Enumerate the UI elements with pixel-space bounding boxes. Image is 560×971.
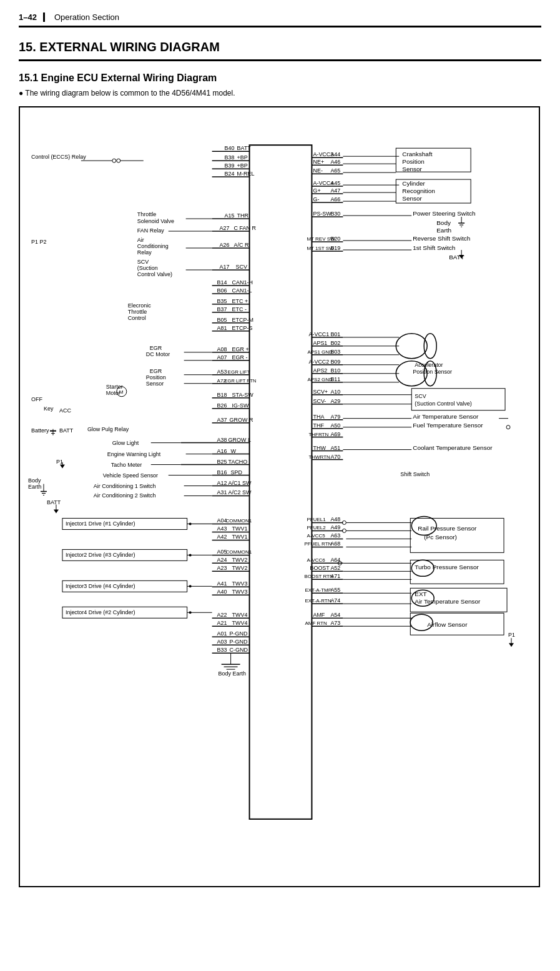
svg-text:A38: A38 — [217, 437, 227, 443]
svg-text:A41: A41 — [217, 580, 227, 587]
svg-point-287 — [189, 554, 192, 556]
svg-text:TWV4: TWV4 — [232, 620, 248, 626]
svg-text:G-: G- — [313, 196, 319, 202]
svg-text:Injector3 Drive (#4 Cylinder): Injector3 Drive (#4 Cylinder) — [66, 583, 135, 589]
svg-text:Relay: Relay — [137, 249, 152, 256]
svg-text:SPD: SPD — [231, 469, 243, 476]
svg-text:A74: A74 — [330, 597, 340, 604]
svg-text:THW: THW — [313, 445, 326, 451]
svg-text:A12: A12 — [217, 480, 227, 486]
svg-text:COMMON1: COMMON1 — [226, 549, 252, 555]
svg-text:Throttle: Throttle — [137, 211, 156, 217]
svg-text:THA: THA — [313, 414, 324, 420]
svg-text:ETC +: ETC + — [232, 298, 248, 304]
svg-text:A21: A21 — [217, 620, 227, 626]
svg-point-274 — [189, 522, 192, 525]
svg-text:+BP: +BP — [237, 154, 248, 161]
svg-text:Glow Pulg Relay: Glow Pulg Relay — [87, 426, 129, 432]
svg-text:Air Temperature Sensor: Air Temperature Sensor — [413, 413, 479, 420]
svg-text:Conditioning: Conditioning — [137, 243, 169, 249]
svg-text:Reverse Shift Switch: Reverse Shift Switch — [413, 235, 470, 242]
svg-text:Air Temperature Sensor: Air Temperature Sensor — [415, 598, 481, 605]
svg-text:A37: A37 — [217, 417, 227, 423]
svg-text:Vehicle Speed Sensor: Vehicle Speed Sensor — [103, 472, 158, 479]
svg-text:A44: A44 — [330, 151, 340, 157]
svg-text:SCV: SCV — [137, 259, 149, 265]
svg-text:Body: Body — [28, 477, 41, 484]
svg-text:FAN Relay: FAN Relay — [137, 227, 164, 234]
svg-text:A31: A31 — [217, 489, 227, 495]
svg-text:B01: B01 — [330, 331, 340, 337]
svg-point-47 — [112, 159, 116, 162]
svg-text:M: M — [119, 389, 124, 395]
svg-text:Injector4 Drive (#2 Cylinder): Injector4 Drive (#2 Cylinder) — [66, 609, 135, 615]
svg-text:Cylinder: Cylinder — [402, 180, 425, 187]
svg-text:B30: B30 — [330, 211, 340, 217]
svg-text:Recognition: Recognition — [402, 187, 435, 194]
svg-text:B11: B11 — [330, 376, 340, 382]
svg-text:A/C R: A/C R — [234, 242, 249, 248]
svg-text:EGR -: EGR - — [232, 354, 248, 361]
svg-text:CAN1-L: CAN1-L — [232, 287, 252, 294]
svg-text:A23: A23 — [217, 565, 227, 571]
svg-text:A73: A73 — [330, 620, 340, 626]
svg-text:B06: B06 — [217, 287, 227, 294]
svg-text:P1: P1 — [508, 632, 515, 638]
svg-text:Position: Position — [402, 158, 424, 165]
svg-text:EGR LIFT: EGR LIFT — [228, 369, 250, 375]
svg-text:BATT: BATT — [47, 499, 61, 505]
svg-text:NE+: NE+ — [313, 159, 324, 165]
svg-text:(Pc Sensor): (Pc Sensor) — [424, 534, 457, 540]
svg-rect-244 — [411, 389, 505, 411]
svg-text:A46: A46 — [330, 159, 340, 165]
svg-text:Engine Warning Light: Engine Warning Light — [107, 451, 161, 457]
svg-text:Control (ECCS) Relay: Control (ECCS) Relay — [31, 154, 86, 160]
svg-text:B25: B25 — [217, 459, 227, 465]
svg-text:Solenoid Valve: Solenoid Valve — [137, 218, 174, 224]
svg-text:A07: A07 — [217, 354, 227, 361]
svg-text:B37: B37 — [217, 306, 227, 312]
svg-text:A64: A64 — [330, 557, 340, 563]
svg-text:A22: A22 — [217, 612, 227, 618]
svg-text:EXT-A-TMP: EXT-A-TMP — [305, 587, 332, 593]
svg-text:AMF RTN: AMF RTN — [305, 620, 327, 626]
svg-text:THF: THF — [313, 422, 324, 429]
svg-text:Glow Light: Glow Light — [112, 440, 139, 446]
svg-text:B14: B14 — [217, 279, 227, 286]
svg-text:GROW L: GROW L — [228, 437, 251, 443]
svg-marker-235 — [54, 509, 59, 513]
svg-text:ACC: ACC — [59, 407, 71, 414]
svg-text:BOOST: BOOST — [310, 565, 330, 571]
svg-text:B20: B20 — [330, 236, 340, 242]
svg-text:SCV+: SCV+ — [313, 389, 328, 395]
svg-text:A27: A27 — [220, 225, 230, 231]
svg-text:PFUEL1: PFUEL1 — [307, 517, 326, 522]
svg-text:B24: B24 — [225, 171, 235, 177]
svg-text:A54: A54 — [330, 612, 340, 618]
svg-text:Earth: Earth — [436, 227, 451, 234]
svg-text:A15: A15 — [225, 212, 235, 219]
svg-text:PS-SW: PS-SW — [313, 211, 332, 217]
svg-text:Battery: Battery — [31, 427, 49, 434]
svg-text:Position: Position — [146, 374, 166, 381]
svg-rect-0 — [250, 145, 312, 819]
svg-text:B33: B33 — [217, 647, 227, 653]
svg-text:A71: A71 — [330, 573, 340, 579]
svg-text:B19: B19 — [330, 245, 340, 251]
svg-text:ETCP-S: ETCP-S — [232, 325, 253, 331]
svg-text:B10: B10 — [330, 367, 340, 374]
svg-text:1st Shift Switch: 1st Shift Switch — [413, 244, 455, 251]
svg-text:B02: B02 — [330, 340, 340, 346]
svg-text:W: W — [231, 448, 237, 454]
svg-text:A26: A26 — [220, 242, 230, 248]
wiring-diagram-box: A-VCC3 A44 Crankshaft Position Sensor NE… — [19, 106, 540, 887]
svg-text:Turbo Pressure Sensor: Turbo Pressure Sensor — [415, 564, 479, 570]
svg-text:A29: A29 — [330, 398, 340, 404]
svg-text:OFF: OFF — [31, 396, 42, 402]
svg-text:B16: B16 — [217, 469, 227, 476]
svg-text:A63: A63 — [330, 532, 340, 539]
svg-text:A68: A68 — [330, 540, 340, 547]
svg-text:Body Earth: Body Earth — [219, 670, 246, 677]
svg-text:TWV2: TWV2 — [232, 557, 248, 563]
svg-text:TWV1: TWV1 — [232, 525, 248, 532]
